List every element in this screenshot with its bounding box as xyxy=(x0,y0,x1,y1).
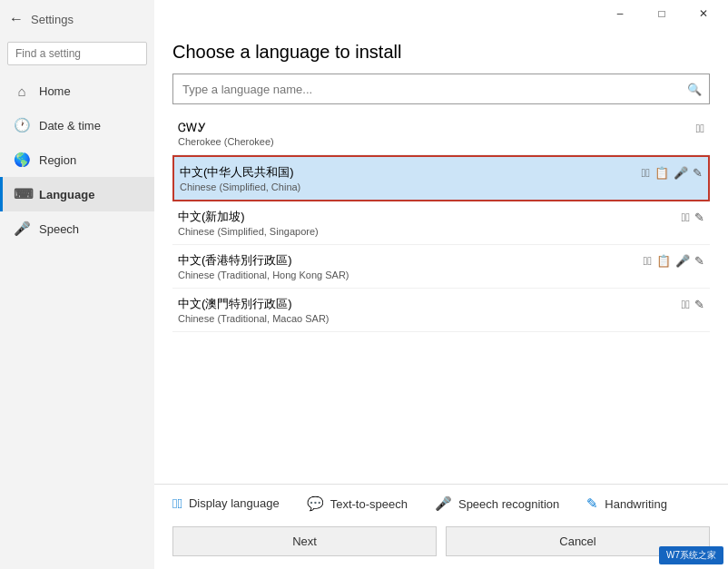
feature-text-to-speech: 💬 Text-to-speech xyxy=(307,495,408,512)
display-language-icon: ｀᷄ xyxy=(172,495,182,511)
icon-copy-zh-cn: 📋 xyxy=(654,166,669,180)
sidebar-search-input[interactable] xyxy=(7,42,147,65)
search-icon[interactable]: 🔍 xyxy=(680,74,709,103)
lang-sub-zh-mo: Chinese (Traditional, Macao SAR) xyxy=(178,313,704,324)
lang-name-cwy: ᏣᎳᎩ xyxy=(178,121,206,135)
sidebar-item-region-label: Region xyxy=(39,153,76,167)
handwriting-icon: ✎ xyxy=(586,495,598,512)
lang-name-zh-mo: 中文(澳門特別行政區) xyxy=(178,296,292,312)
window-titlebar: – □ ✕ xyxy=(154,0,728,27)
sidebar: ← Settings ⌂ Home 🕐 Date & time 🌎 Region… xyxy=(0,0,154,569)
maximize-button[interactable]: □ xyxy=(641,0,683,27)
language-item-zh-hk[interactable]: 中文(香港特別行政區) ｀᷄ 📋 🎤 ✎ Chinese (Traditiona… xyxy=(172,245,710,289)
dialog-search-box: 🔍 xyxy=(172,74,710,104)
watermark: W7系统之家 xyxy=(659,546,723,564)
lang-item-top-zh-mo: 中文(澳門特別行政區) ｀᷄ ✎ xyxy=(178,296,704,312)
language-search-input[interactable] xyxy=(173,76,680,103)
back-icon[interactable]: ← xyxy=(9,11,24,27)
sidebar-item-date-time[interactable]: 🕐 Date & time xyxy=(0,108,154,142)
feature-speech-recognition-label: Speech recognition xyxy=(458,497,559,511)
language-item-zh-mo[interactable]: 中文(澳門特別行政區) ｀᷄ ✎ Chinese (Traditional, M… xyxy=(172,289,710,332)
sidebar-nav: ⌂ Home 🕐 Date & time 🌎 Region ⌨ Language… xyxy=(0,74,154,246)
main-content: – □ ✕ Choose a language to install 🔍 ᏣᎳᎩ… xyxy=(154,0,728,569)
sidebar-item-language-label: Language xyxy=(39,188,94,201)
language-item-zh-cn[interactable]: 中文(中华人民共和国) ｀᷄ 📋 🎤 ✎ Chinese (Simplified… xyxy=(172,155,710,201)
icon-mic-zh-hk: 🎤 xyxy=(675,254,690,268)
sidebar-item-home[interactable]: ⌂ Home xyxy=(0,74,154,108)
lang-name-zh-hk: 中文(香港特別行政區) xyxy=(178,252,292,269)
lang-item-top-zh-sg: 中文(新加坡) ｀᷄ ✎ xyxy=(178,209,704,225)
feature-text-to-speech-label: Text-to-speech xyxy=(330,497,408,511)
feature-handwriting: ✎ Handwriting xyxy=(586,495,667,512)
close-button[interactable]: ✕ xyxy=(683,0,724,27)
feature-display-language: ｀᷄ Display language xyxy=(172,495,280,511)
sidebar-item-language[interactable]: ⌨ Language xyxy=(0,177,154,211)
display-lang-icon-cwy: ｀᷄ xyxy=(696,122,705,135)
icon-edit-zh-sg: ✎ xyxy=(694,211,704,224)
lang-icons-cwy: ｀᷄ xyxy=(696,122,705,135)
lang-icons-zh-sg: ｀᷄ ✎ xyxy=(682,211,705,224)
language-item-cwy[interactable]: ᏣᎳᎩ ｀᷄ Cherokee (Cherokee) xyxy=(172,113,710,155)
sidebar-item-speech[interactable]: 🎤 Speech xyxy=(0,211,154,246)
sidebar-item-home-label: Home xyxy=(39,84,71,98)
sidebar-item-region[interactable]: 🌎 Region xyxy=(0,142,154,177)
icon-text-zh-cn: ｀᷄ xyxy=(642,166,651,180)
icon-text-zh-sg: ｀᷄ xyxy=(682,211,691,224)
icon-text-zh-mo: ｀᷄ xyxy=(682,298,691,311)
minimize-button[interactable]: – xyxy=(599,0,641,27)
clock-icon: 🕐 xyxy=(14,117,30,133)
microphone-icon: 🎤 xyxy=(14,221,30,237)
keyboard-icon: ⌨ xyxy=(14,186,30,202)
sidebar-title: Settings xyxy=(31,13,74,26)
next-button[interactable]: Next xyxy=(172,526,437,556)
lang-icons-zh-cn: ｀᷄ 📋 🎤 ✎ xyxy=(642,166,703,180)
feature-display-language-label: Display language xyxy=(189,496,280,510)
lang-sub-cwy: Cherokee (Cherokee) xyxy=(178,136,704,147)
sidebar-item-date-time-label: Date & time xyxy=(39,119,101,132)
icon-text-zh-hk: ｀᷄ xyxy=(644,254,653,268)
icon-copy-zh-hk: 📋 xyxy=(656,254,671,268)
feature-speech-recognition: 🎤 Speech recognition xyxy=(435,495,559,512)
text-to-speech-icon: 💬 xyxy=(307,495,324,512)
icon-edit-zh-hk: ✎ xyxy=(694,254,704,268)
lang-item-top-zh-cn: 中文(中华人民共和国) ｀᷄ 📋 🎤 ✎ xyxy=(180,164,703,181)
lang-item-top: ᏣᎳᎩ ｀᷄ xyxy=(178,121,704,135)
lang-name-zh-sg: 中文(新加坡) xyxy=(178,209,245,225)
icon-edit-zh-cn: ✎ xyxy=(693,166,703,180)
language-item-zh-sg[interactable]: 中文(新加坡) ｀᷄ ✎ Chinese (Simplified, Singap… xyxy=(172,201,710,245)
speech-recognition-icon: 🎤 xyxy=(435,495,452,512)
lang-sub-zh-cn: Chinese (Simplified, China) xyxy=(180,181,703,192)
home-icon: ⌂ xyxy=(14,83,30,99)
lang-icons-zh-mo: ｀᷄ ✎ xyxy=(682,298,705,311)
lang-sub-zh-hk: Chinese (Traditional, Hong Kong SAR) xyxy=(178,270,704,280)
dialog-title: Choose a language to install xyxy=(154,27,728,74)
globe-icon: 🌎 xyxy=(14,152,30,168)
dialog-buttons: Next Cancel xyxy=(154,519,728,569)
feature-handwriting-label: Handwriting xyxy=(605,497,667,511)
sidebar-header[interactable]: ← Settings xyxy=(0,0,154,38)
sidebar-item-speech-label: Speech xyxy=(39,222,79,236)
sidebar-search-container xyxy=(7,42,147,65)
language-list: ᏣᎳᎩ ｀᷄ Cherokee (Cherokee) 中文(中华人民共和国) ｀… xyxy=(172,113,710,484)
icon-edit-zh-mo: ✎ xyxy=(694,298,704,311)
lang-icons-zh-hk: ｀᷄ 📋 🎤 ✎ xyxy=(644,254,705,268)
dialog-area: Choose a language to install 🔍 ᏣᎳᎩ ｀᷄ Ch… xyxy=(154,27,728,569)
lang-item-top-zh-hk: 中文(香港特別行政區) ｀᷄ 📋 🎤 ✎ xyxy=(178,252,704,269)
lang-sub-zh-sg: Chinese (Simplified, Singapore) xyxy=(178,226,704,237)
features-row: ｀᷄ Display language 💬 Text-to-speech 🎤 S… xyxy=(154,484,728,519)
lang-name-zh-cn: 中文(中华人民共和国) xyxy=(180,164,294,181)
icon-mic-zh-cn: 🎤 xyxy=(674,166,688,180)
